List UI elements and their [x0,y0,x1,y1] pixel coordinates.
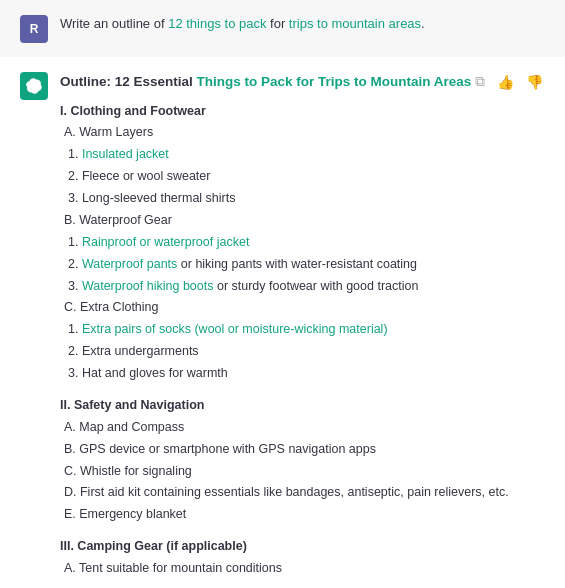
sub-first-aid: D. First aid kit containing essentials l… [60,482,545,504]
assistant-message-row: Outline: 12 Essential Things to Pack for… [0,57,565,588]
title-prefix: Outline: 12 Essential [60,74,197,89]
bot-avatar [20,72,48,100]
thumbup-button[interactable]: 👍 [495,71,516,92]
section-clothing: I. Clothing and Footwear [60,101,545,123]
action-icons: ⧉ 👍 👎 [473,71,545,92]
user-message-middle: for [266,16,288,31]
sub-extra-clothing: C. Extra Clothing [60,297,545,319]
section-safety: II. Safety and Navigation [60,395,545,417]
item-waterproof-pants: 2. Waterproof pants or hiking pants with… [60,254,545,276]
item-waterproof-boots: 3. Waterproof hiking boots or sturdy foo… [60,276,545,298]
item-extra-socks: 1. Extra pairs of socks (wool or moistur… [60,319,545,341]
item-undergarments: 2. Extra undergarments [60,341,545,363]
title-highlight: Things to Pack for Trips to Mountain Are… [197,74,472,89]
sub-waterproof-gear: B. Waterproof Gear [60,210,545,232]
item-fleece: 2. Fleece or wool sweater [60,166,545,188]
user-message-highlight1: 12 things to pack [168,16,266,31]
user-message-highlight2: trips to mountain areas [289,16,421,31]
sub-warm-layers: A. Warm Layers [60,122,545,144]
thumbdown-button[interactable]: 👎 [524,71,545,92]
copy-button[interactable]: ⧉ [473,71,487,92]
chat-container: R Write an outline of 12 things to pack … [0,0,565,588]
sub-gps: B. GPS device or smartphone with GPS nav… [60,439,545,461]
outline-content: I. Clothing and Footwear A. Warm Layers … [60,101,545,580]
user-avatar: R [20,15,48,43]
item-insulated-jacket: 1. Insulated jacket [60,144,545,166]
section-camping: III. Camping Gear (if applicable) [60,536,545,558]
assistant-message-content: Outline: 12 Essential Things to Pack for… [60,71,545,580]
sub-whistle: C. Whistle for signaling [60,461,545,483]
sub-emergency-blanket: E. Emergency blanket [60,504,545,526]
user-message-row: R Write an outline of 12 things to pack … [0,0,565,57]
item-rainproof: 1. Rainproof or waterproof jacket [60,232,545,254]
sub-tent: A. Tent suitable for mountain conditions [60,558,545,580]
user-message-content: Write an outline of 12 things to pack fo… [60,14,545,35]
user-message-suffix: . [421,16,425,31]
item-hat-gloves: 3. Hat and gloves for warmth [60,363,545,385]
item-thermal: 3. Long-sleeved thermal shirts [60,188,545,210]
sub-map-compass: A. Map and Compass [60,417,545,439]
user-message-prefix: Write an outline of [60,16,168,31]
